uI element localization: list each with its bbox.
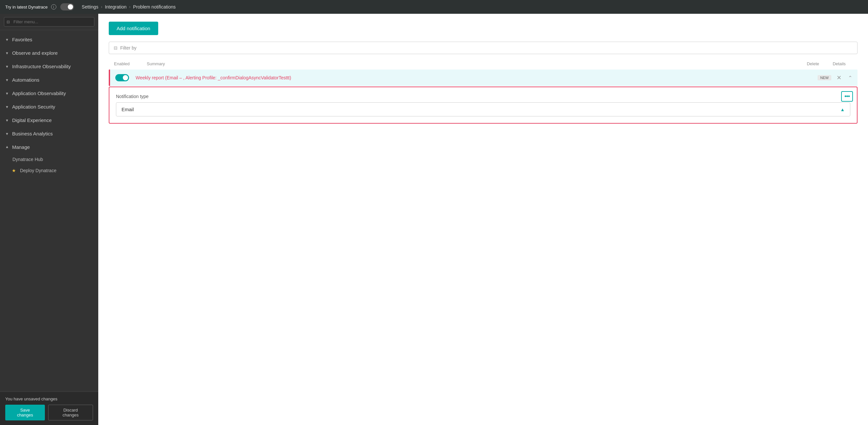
main-layout: ⊟ ▼ Favorites ▼ Observe and explore ▼ In… [0, 14, 868, 425]
deploy-label: Deploy Dynatrace [20, 168, 56, 173]
sidebar-item-infrastructure[interactable]: ▼ Infrastructure Observability [0, 60, 98, 73]
breadcrumb-sep-2: › [129, 5, 130, 9]
content-area: Add notification ⊟ Filter by Enabled Sum… [98, 14, 868, 425]
arrow-automations: ▼ [5, 78, 9, 82]
sidebar-item-automations[interactable]: ▼ Automations [0, 73, 98, 87]
notif-detail-panel: ••• Notification type Email ▲ ⚙ Ansible … [109, 87, 858, 124]
unsaved-text: You have unsaved changes [5, 396, 93, 401]
hub-label: Dynatrace Hub [12, 157, 43, 162]
breadcrumb: Settings › Integration › Problem notific… [82, 4, 176, 9]
breadcrumb-settings[interactable]: Settings [82, 4, 99, 9]
more-options-button[interactable]: ••• [841, 91, 853, 102]
col-header-enabled: Enabled [114, 61, 147, 66]
sidebar-subitem-hub[interactable]: Dynatrace Hub [0, 154, 98, 165]
arrow-manage: ▼ [5, 145, 9, 149]
filter-bar[interactable]: ⊟ Filter by [109, 41, 858, 54]
sidebar-label-business: Business Analytics [12, 131, 53, 136]
sidebar-item-app-observability[interactable]: ▼ Application Observability [0, 87, 98, 100]
arrow-app-obs: ▼ [5, 91, 9, 95]
sidebar-label-automations: Automations [12, 77, 39, 83]
sidebar-nav: ▼ Favorites ▼ Observe and explore ▼ Infr… [0, 30, 98, 392]
sidebar-label-app-sec: Application Security [12, 104, 55, 110]
selected-option-label: Email [122, 107, 134, 112]
notification-row: Weekly report (Email – , Alerting Profil… [109, 69, 858, 86]
filter-sidebar-icon: ⊟ [6, 20, 10, 24]
try-toggle[interactable] [60, 3, 74, 10]
notification-type-dropdown-wrapper: Email ▲ ⚙ Ansible ✦ Custom Integration [116, 102, 850, 116]
new-badge: NEW [817, 75, 831, 80]
breadcrumb-sep-1: › [101, 5, 102, 9]
col-header-details: Details [826, 61, 852, 66]
arrow-favorites: ▼ [5, 38, 9, 41]
sidebar: ⊟ ▼ Favorites ▼ Observe and explore ▼ In… [0, 14, 98, 425]
arrow-business: ▼ [5, 132, 9, 136]
discard-button[interactable]: Discard changes [48, 405, 93, 420]
arrow-app-sec: ▼ [5, 105, 9, 109]
sidebar-item-observe[interactable]: ▼ Observe and explore [0, 46, 98, 60]
notif-delete-button[interactable]: ✕ [837, 74, 841, 81]
notif-enabled-toggle[interactable] [115, 74, 129, 81]
arrow-observe: ▼ [5, 51, 9, 55]
sidebar-item-business[interactable]: ▼ Business Analytics [0, 127, 98, 140]
top-bar: Try in latest Dynatrace i Settings › Int… [0, 0, 868, 14]
sidebar-item-app-security[interactable]: ▼ Application Security [0, 100, 98, 113]
breadcrumb-integration[interactable]: Integration [105, 4, 126, 9]
col-header-delete: Delete [800, 61, 826, 66]
col-header-summary: Summary [147, 61, 800, 66]
sidebar-item-digital[interactable]: ▼ Digital Experience [0, 113, 98, 127]
add-notification-button[interactable]: Add notification [109, 22, 158, 35]
sidebar-label-infrastructure: Infrastructure Observability [12, 64, 71, 69]
sidebar-label-app-obs: Application Observability [12, 90, 66, 96]
breadcrumb-current: Problem notifications [133, 4, 176, 9]
save-button[interactable]: Save changes [5, 405, 45, 420]
unsaved-bar: You have unsaved changes Save changes Di… [0, 392, 98, 425]
unsaved-buttons: Save changes Discard changes [5, 405, 93, 420]
sidebar-label-digital: Digital Experience [12, 117, 52, 123]
sidebar-label-observe: Observe and explore [12, 50, 58, 56]
filter-menu-wrapper: ⊟ [0, 14, 98, 30]
notification-type-select[interactable]: Email ▲ [116, 102, 850, 116]
try-label: Try in latest Dynatrace [5, 5, 48, 9]
sidebar-subitem-deploy[interactable]: ★ Deploy Dynatrace [0, 165, 98, 176]
notification-type-label: Notification type [116, 94, 850, 99]
sidebar-item-manage[interactable]: ▼ Manage [0, 140, 98, 154]
deploy-star-icon: ★ [12, 168, 16, 173]
sidebar-label-manage: Manage [12, 144, 30, 150]
filter-bar-placeholder: Filter by [120, 45, 136, 51]
notif-collapse-button[interactable]: ⌃ [848, 75, 852, 81]
sidebar-label-favorites: Favorites [12, 37, 32, 42]
notif-summary-text: Weekly report (Email – , Alerting Profil… [135, 75, 817, 80]
info-icon[interactable]: i [51, 4, 56, 9]
chevron-up-icon: ▲ [840, 107, 845, 112]
table-header: Enabled Summary Delete Details [109, 59, 858, 68]
arrow-digital: ▼ [5, 118, 9, 122]
arrow-infrastructure: ▼ [5, 65, 9, 68]
filter-bar-icon: ⊟ [114, 45, 118, 51]
filter-menu-input[interactable] [4, 17, 94, 27]
sidebar-item-favorites[interactable]: ▼ Favorites [0, 33, 98, 46]
